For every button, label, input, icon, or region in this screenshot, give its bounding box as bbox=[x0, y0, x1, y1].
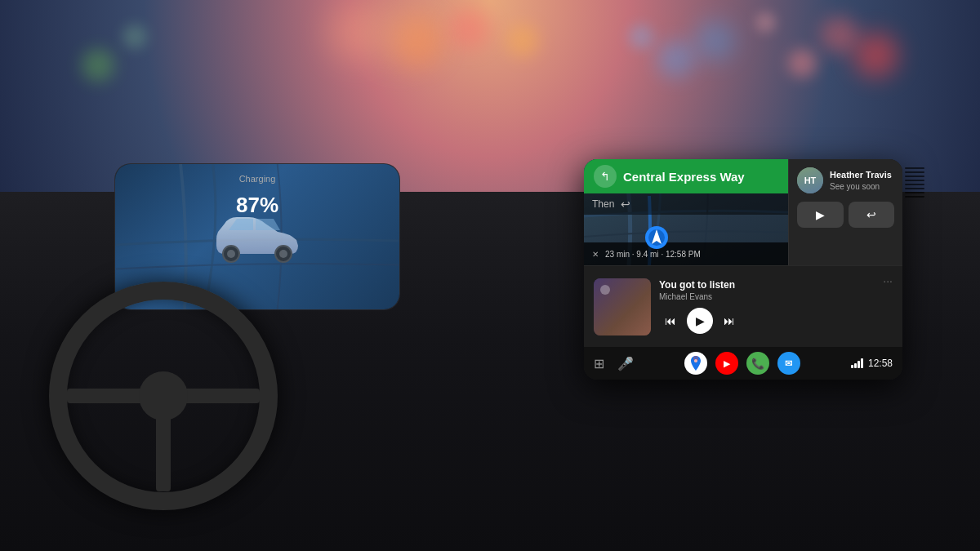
nav-turn-icon: ↰ bbox=[594, 165, 617, 188]
music-controls: ⏮ ▶ ⏭ bbox=[659, 308, 893, 334]
notif-avatar: HT bbox=[797, 167, 823, 193]
nav-eta: 23 min · 9.4 mi · 12:58 PM bbox=[605, 250, 701, 259]
bottom-bar: ⊞ 🎤 ▶ 📞 ✉ 12:58 bbox=[584, 347, 902, 380]
music-album-art bbox=[594, 278, 651, 335]
status-bar: 12:58 bbox=[851, 358, 893, 369]
notif-play-button[interactable]: ▶ bbox=[797, 202, 844, 228]
notif-sender-name: Heather Travis bbox=[830, 169, 894, 180]
app-icon-youtube-music[interactable]: ▶ bbox=[715, 352, 738, 375]
mic-icon[interactable]: 🎤 bbox=[617, 356, 634, 371]
nav-then-bar: Then ↩ bbox=[584, 193, 788, 215]
nav-street-name: Central Express Way bbox=[623, 170, 745, 184]
app-icon-messages[interactable]: ✉ bbox=[777, 352, 800, 375]
app-icon-maps[interactable] bbox=[684, 352, 707, 375]
android-auto-display: ↰ Central Express Way Then ↩ ✕ 23 min · … bbox=[584, 159, 902, 380]
grid-icon[interactable]: ⊞ bbox=[594, 356, 604, 371]
nav-minutes: 23 min bbox=[605, 250, 630, 259]
nav-close-icon[interactable]: ✕ bbox=[592, 250, 599, 259]
bottom-bar-apps: ▶ 📞 ✉ bbox=[684, 352, 800, 375]
music-title: You got to listen bbox=[659, 279, 893, 291]
cluster-charging-label: Charging bbox=[239, 174, 276, 184]
music-menu-dots[interactable]: ··· bbox=[883, 274, 893, 287]
music-panel: You got to listen Michael Evans ⏮ ▶ ⏭ ··… bbox=[584, 265, 902, 347]
music-artist: Michael Evans bbox=[659, 292, 893, 301]
bottom-bar-left: ⊞ 🎤 bbox=[594, 356, 634, 371]
notif-actions: ▶ ↩ bbox=[789, 198, 902, 234]
nav-footer: ✕ 23 min · 9.4 mi · 12:58 PM bbox=[584, 242, 788, 265]
svg-point-2 bbox=[227, 250, 235, 258]
notif-message: See you soon bbox=[830, 181, 894, 192]
navigation-panel[interactable]: ↰ Central Express Way Then ↩ ✕ 23 min · … bbox=[584, 159, 788, 265]
music-info: You got to listen Michael Evans ⏮ ▶ ⏭ bbox=[659, 279, 893, 334]
music-next-button[interactable]: ⏭ bbox=[718, 309, 741, 332]
steering-wheel bbox=[49, 282, 278, 510]
nav-arrival-time: 12:58 PM bbox=[666, 250, 701, 259]
music-prev-button[interactable]: ⏮ bbox=[659, 309, 682, 332]
top-row: ↰ Central Express Way Then ↩ ✕ 23 min · … bbox=[584, 159, 902, 265]
notification-panel: HT Heather Travis See you soon ▶ ↩ bbox=[788, 159, 902, 265]
signal-icon bbox=[851, 358, 863, 368]
then-label: Then bbox=[592, 198, 614, 210]
current-time: 12:58 bbox=[868, 358, 893, 369]
car-silhouette bbox=[208, 209, 306, 266]
notif-text-block: Heather Travis See you soon bbox=[830, 169, 894, 191]
nav-distance: 9.4 mi bbox=[636, 250, 658, 259]
nav-header: ↰ Central Express Way bbox=[584, 159, 788, 193]
nav-location-arrow bbox=[645, 226, 668, 249]
notif-header: HT Heather Travis See you soon bbox=[789, 159, 902, 198]
svg-point-3 bbox=[279, 250, 287, 258]
speaker-grille bbox=[902, 163, 927, 245]
music-play-button[interactable]: ▶ bbox=[687, 308, 713, 334]
then-arrow-icon: ↩ bbox=[621, 198, 630, 211]
notif-reply-button[interactable]: ↩ bbox=[849, 202, 895, 228]
app-icon-phone[interactable]: 📞 bbox=[746, 352, 769, 375]
